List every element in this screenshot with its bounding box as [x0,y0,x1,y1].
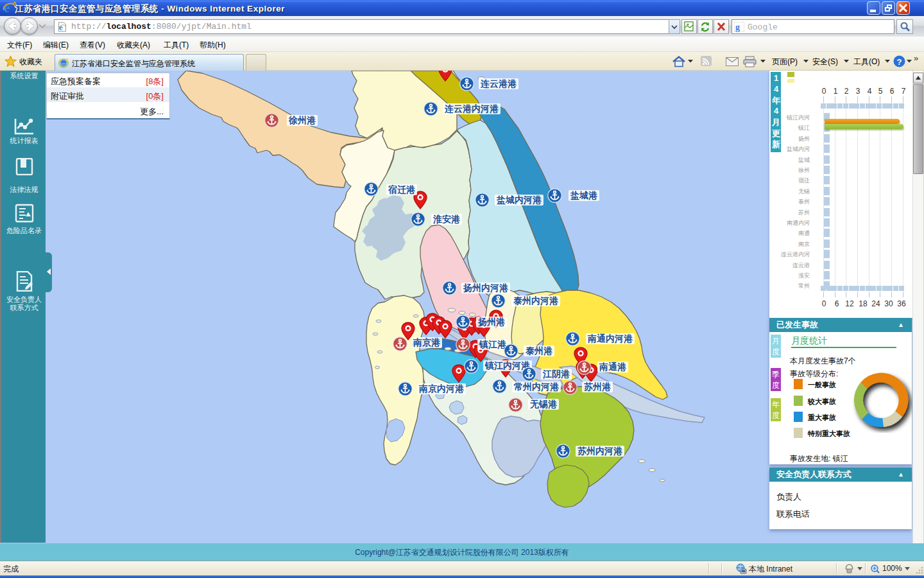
svg-text:g: g [735,22,740,32]
svg-text:?: ? [897,57,902,67]
